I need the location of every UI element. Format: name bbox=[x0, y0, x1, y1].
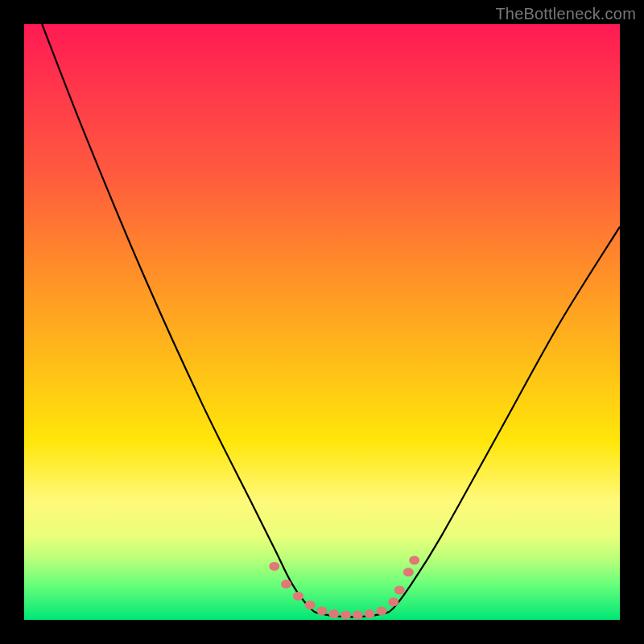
plot-area bbox=[24, 24, 620, 620]
marker-dot bbox=[409, 556, 419, 565]
watermark-text: TheBottleneck.com bbox=[495, 5, 636, 23]
bottom-markers bbox=[269, 556, 419, 620]
marker-dot bbox=[328, 609, 339, 618]
marker-dot bbox=[365, 609, 375, 618]
marker-dot bbox=[341, 611, 351, 620]
marker-dot bbox=[388, 597, 398, 606]
marker-dot bbox=[281, 580, 291, 588]
chart-frame: TheBottleneck.com bbox=[0, 0, 644, 644]
marker-dot bbox=[377, 606, 387, 615]
marker-dot bbox=[353, 611, 363, 620]
bottleneck-curve bbox=[42, 24, 620, 617]
marker-dot bbox=[403, 568, 414, 576]
curve-layer bbox=[24, 24, 620, 620]
marker-dot bbox=[394, 586, 405, 595]
marker-dot bbox=[293, 592, 303, 601]
marker-dot bbox=[269, 562, 279, 571]
marker-dot bbox=[317, 606, 328, 615]
marker-dot bbox=[305, 601, 316, 609]
